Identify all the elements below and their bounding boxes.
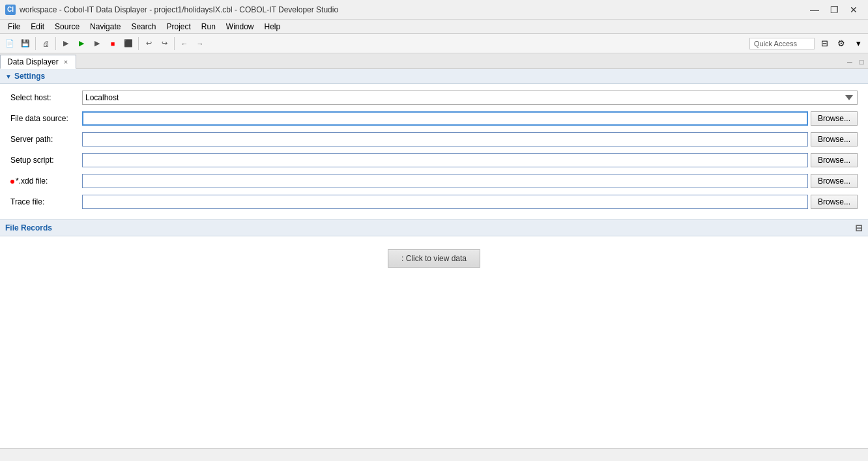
close-button[interactable]: ✕ bbox=[845, 3, 863, 17]
app-icon: CI bbox=[5, 5, 16, 15]
server-path-row: Server path: Browse... bbox=[10, 131, 858, 148]
file-data-source-input[interactable] bbox=[82, 111, 808, 126]
toolbar-btn-print[interactable]: 🖨 bbox=[38, 36, 53, 51]
toolbar-btn-undo[interactable]: ↩ bbox=[141, 36, 156, 51]
settings-section-header[interactable]: ▼ Settings bbox=[0, 69, 868, 84]
file-records-label: File Records bbox=[5, 223, 52, 232]
toolbar-btn-stop[interactable]: ■ bbox=[106, 36, 120, 51]
toolbar-btn-save[interactable]: 💾 bbox=[18, 36, 33, 51]
menu-help[interactable]: Help bbox=[259, 21, 286, 33]
select-host-row: Select host: Localhost bbox=[10, 89, 858, 106]
toolbar-btn-run[interactable]: ▶ bbox=[74, 36, 89, 51]
settings-form: Select host: Localhost File data source:… bbox=[0, 84, 868, 219]
tab-label: Data Displayer bbox=[7, 57, 59, 66]
server-path-input[interactable] bbox=[82, 132, 808, 147]
click-to-view-button[interactable]: : Click to view data bbox=[388, 249, 480, 268]
toolbar-icon-extra[interactable]: ▾ bbox=[851, 36, 865, 51]
toolbar: 📄 💾 🖨 ▶ ▶ ▶ ■ ⬛ ↩ ↪ ← → Quick Access ⊟ ⚙… bbox=[0, 34, 868, 53]
tab-minimize-icon[interactable]: ─ bbox=[845, 57, 855, 67]
tab-maximize-icon[interactable]: □ bbox=[856, 57, 867, 67]
file-records-icon: ⊟ bbox=[855, 223, 863, 233]
trace-file-row: Trace file: Browse... bbox=[10, 193, 858, 210]
status-bar bbox=[0, 448, 868, 461]
toolbar-btn-run2[interactable]: ▶ bbox=[90, 36, 104, 51]
menu-source[interactable]: Source bbox=[50, 21, 85, 33]
setup-script-row: Setup script: Browse... bbox=[10, 152, 858, 169]
menu-window[interactable]: Window bbox=[221, 21, 259, 33]
menu-bar: File Edit Source Navigate Search Project… bbox=[0, 20, 868, 34]
file-data-source-label: File data source: bbox=[10, 114, 82, 123]
server-path-label: Server path: bbox=[10, 135, 82, 144]
menu-edit[interactable]: Edit bbox=[25, 21, 50, 33]
maximize-button[interactable]: ❐ bbox=[825, 3, 843, 17]
window-title: workspace - Cobol-IT Data Displayer - pr… bbox=[20, 5, 338, 14]
file-records-section-header: File Records ⊟ bbox=[0, 219, 868, 236]
setup-script-input[interactable] bbox=[82, 153, 808, 167]
toolbar-btn-redo[interactable]: ↪ bbox=[157, 36, 171, 51]
menu-file[interactable]: File bbox=[3, 21, 25, 33]
tab-close-button[interactable]: × bbox=[63, 58, 69, 66]
title-bar: CI workspace - Cobol-IT Data Displayer -… bbox=[0, 0, 868, 20]
toolbar-sep-3 bbox=[138, 37, 139, 50]
toolbar-btn-back[interactable]: ← bbox=[177, 36, 192, 51]
trace-file-label: Trace file: bbox=[10, 197, 82, 206]
select-host-dropdown[interactable]: Localhost bbox=[82, 91, 858, 105]
toolbar-sep-4 bbox=[174, 37, 175, 50]
trace-file-input[interactable] bbox=[82, 195, 808, 209]
window-controls: — ❐ ✕ bbox=[805, 3, 863, 17]
toolbar-icon-layout[interactable]: ⊟ bbox=[817, 36, 832, 51]
toolbar-btn-fwd[interactable]: → bbox=[193, 36, 207, 51]
menu-run[interactable]: Run bbox=[196, 21, 221, 33]
menu-search[interactable]: Search bbox=[126, 21, 161, 33]
file-data-source-row: File data source: Browse... bbox=[10, 110, 858, 127]
toolbar-btn-stop2[interactable]: ⬛ bbox=[121, 36, 136, 51]
file-data-source-browse[interactable]: Browse... bbox=[811, 111, 858, 126]
minimize-button[interactable]: — bbox=[805, 3, 824, 17]
click-to-view-label: : Click to view data bbox=[401, 254, 467, 263]
tab-area: Data Displayer × ─ □ bbox=[0, 53, 868, 69]
toolbar-btn-new[interactable]: 📄 bbox=[3, 36, 17, 51]
toolbar-btn-debug[interactable]: ▶ bbox=[59, 36, 73, 51]
file-records-body: : Click to view data bbox=[0, 236, 868, 458]
tab-icons: ─ □ bbox=[843, 55, 868, 68]
settings-label: Settings bbox=[14, 72, 45, 81]
toolbar-sep-1 bbox=[35, 37, 36, 50]
required-indicator bbox=[10, 180, 14, 184]
xdd-file-browse[interactable]: Browse... bbox=[811, 174, 858, 188]
quick-access[interactable]: Quick Access bbox=[749, 38, 815, 49]
main-content: ▼ Settings Select host: Localhost File d… bbox=[0, 69, 868, 461]
xdd-file-label: *.xdd file: bbox=[10, 176, 82, 186]
setup-script-browse[interactable]: Browse... bbox=[811, 153, 858, 167]
toolbar-right: Quick Access ⊟ ⚙ ▾ bbox=[749, 36, 865, 51]
toolbar-icon-settings[interactable]: ⚙ bbox=[834, 36, 848, 51]
menu-project[interactable]: Project bbox=[161, 21, 195, 33]
tab-data-displayer[interactable]: Data Displayer × bbox=[0, 55, 76, 69]
server-path-browse[interactable]: Browse... bbox=[811, 132, 858, 147]
toolbar-sep-2 bbox=[55, 37, 56, 50]
xdd-file-input[interactable] bbox=[82, 174, 808, 188]
select-host-label: Select host: bbox=[10, 93, 82, 102]
menu-navigate[interactable]: Navigate bbox=[85, 21, 126, 33]
settings-arrow: ▼ bbox=[5, 73, 12, 80]
trace-file-browse[interactable]: Browse... bbox=[811, 195, 858, 209]
xdd-file-row: *.xdd file: Browse... bbox=[10, 173, 858, 189]
setup-script-label: Setup script: bbox=[10, 156, 82, 165]
